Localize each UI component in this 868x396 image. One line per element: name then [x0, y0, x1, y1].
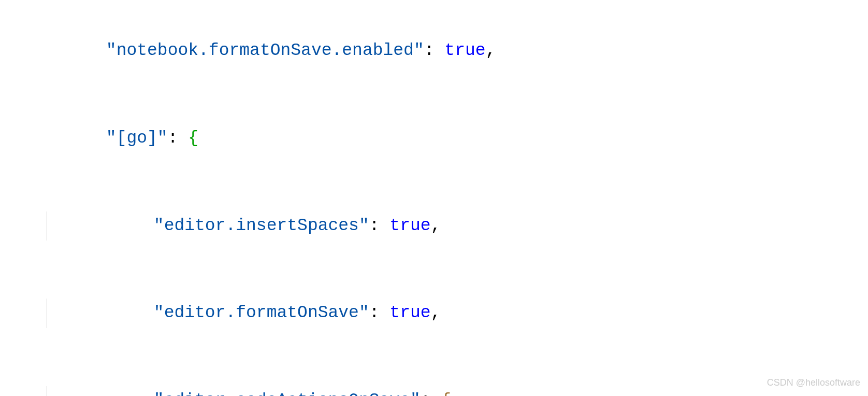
- code-line[interactable]: "editor.codeActionsOnSave": {: [0, 386, 868, 396]
- code-line[interactable]: "notebook.formatOnSave.enabled": true,: [0, 36, 868, 66]
- comma: ,: [431, 216, 441, 235]
- colon: :: [421, 391, 431, 396]
- comma: ,: [431, 303, 441, 322]
- code-line[interactable]: "[go]": {: [0, 124, 868, 153]
- json-key: "editor.formatOnSave": [154, 303, 369, 322]
- json-key: "[go]": [106, 129, 168, 148]
- code-line[interactable]: "editor.insertSpaces": true,: [0, 211, 868, 241]
- json-value: true: [389, 216, 430, 235]
- colon: :: [369, 216, 380, 235]
- json-value: true: [389, 303, 430, 322]
- colon: :: [424, 41, 435, 60]
- brace-open: {: [188, 129, 198, 148]
- comma: ,: [486, 41, 496, 60]
- brace-open: {: [441, 391, 451, 396]
- colon: :: [369, 303, 380, 322]
- json-value: true: [444, 41, 485, 60]
- json-key: "editor.insertSpaces": [154, 216, 369, 235]
- code-editor[interactable]: "notebook.formatOnSave.enabled": true, "…: [0, 0, 868, 396]
- watermark-text: CSDN @hellosoftware: [767, 375, 860, 391]
- colon: :: [168, 129, 178, 148]
- code-line[interactable]: "editor.formatOnSave": true,: [0, 299, 868, 328]
- json-key: "notebook.formatOnSave.enabled": [106, 41, 424, 60]
- json-key: "editor.codeActionsOnSave": [154, 391, 421, 396]
